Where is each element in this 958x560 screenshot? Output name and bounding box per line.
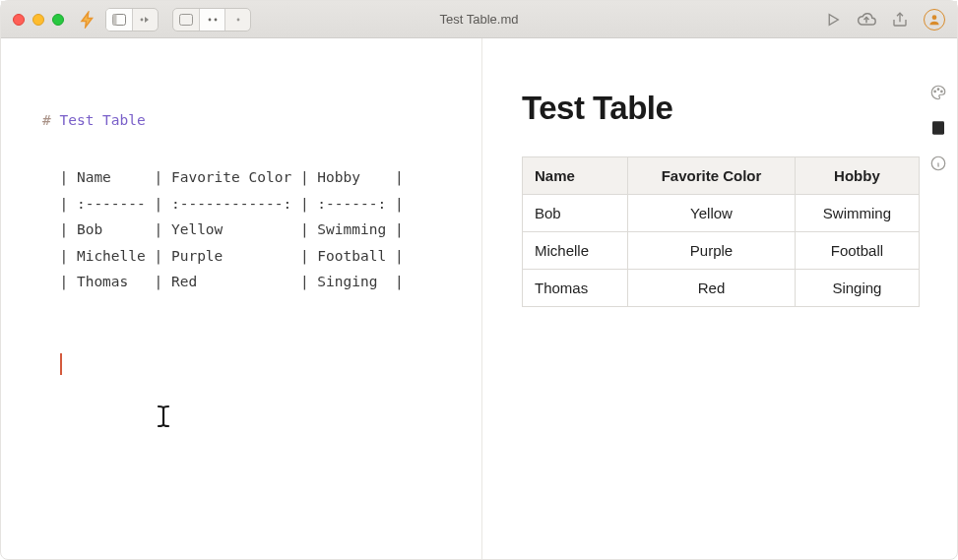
- svg-point-6: [236, 18, 239, 21]
- view-mode-split[interactable]: [199, 9, 224, 31]
- table-header-cell: Name: [523, 157, 628, 195]
- table-cell: Singing: [795, 270, 919, 307]
- svg-point-7: [932, 15, 937, 20]
- lightning-icon[interactable]: [78, 10, 97, 30]
- source-line-row-2: | Michelle | Purple | Football |: [42, 243, 481, 269]
- sidebar-left-toggle[interactable]: [106, 9, 132, 31]
- minimize-button[interactable]: [32, 14, 44, 26]
- source-line-row-1: | Bob | Yellow | Swimming |: [42, 217, 481, 242]
- view-mode-editor[interactable]: [173, 9, 199, 31]
- svg-rect-1: [113, 14, 117, 25]
- svg-point-9: [937, 89, 939, 91]
- table-row: Bob Yellow Swimming: [523, 195, 920, 232]
- share-icon[interactable]: [890, 10, 910, 30]
- table-row: Michelle Purple Football: [523, 232, 920, 270]
- view-mode-segment: [172, 8, 251, 31]
- right-rail: [920, 84, 957, 172]
- table-cell: Football: [795, 232, 919, 270]
- table-cell: Red: [628, 270, 796, 307]
- close-button[interactable]: [13, 14, 25, 26]
- heading-marker: #: [42, 112, 59, 128]
- editor-caret: [60, 353, 62, 375]
- table-cell: Yellow: [628, 195, 796, 232]
- info-icon[interactable]: [929, 155, 947, 172]
- table-cell: Bob: [523, 195, 628, 232]
- source-line-separator: | :------- | :------------: | :------: |: [42, 191, 481, 217]
- preview-title: Test Table: [522, 90, 926, 127]
- text-cursor-icon: [154, 403, 173, 430]
- markdown-heading-line: # Test Table: [42, 107, 481, 133]
- heading-text: Test Table: [59, 112, 145, 128]
- app-window: Test Table.md # Test Table | Name | Favo…: [0, 0, 958, 560]
- main-body: # Test Table | Name | Favorite Color | H…: [1, 38, 957, 559]
- table-header-row: Name Favorite Color Hobby: [523, 157, 920, 195]
- palette-icon[interactable]: [929, 84, 947, 101]
- source-line-header: | Name | Favorite Color | Hobby |: [42, 164, 481, 190]
- maximize-button[interactable]: [52, 14, 64, 26]
- svg-point-8: [934, 91, 936, 93]
- preview-table: Name Favorite Color Hobby Bob Yellow Swi…: [522, 156, 920, 307]
- svg-rect-3: [180, 14, 193, 25]
- table-cell: Swimming: [795, 195, 919, 232]
- table-cell: Michelle: [523, 232, 628, 270]
- svg-point-2: [140, 18, 143, 21]
- cloud-upload-icon[interactable]: [857, 10, 876, 30]
- table-cell: Purple: [628, 232, 796, 270]
- table-row: Thomas Red Singing: [523, 270, 920, 307]
- pdf-export-icon[interactable]: [929, 119, 947, 137]
- sidebar-toggle-segment: [105, 8, 159, 31]
- sidebar-nav-toggle[interactable]: [132, 9, 158, 31]
- preview-pane: Test Table Name Favorite Color Hobby Bob…: [482, 38, 957, 559]
- svg-point-5: [214, 18, 217, 21]
- view-mode-preview[interactable]: [224, 9, 250, 31]
- title-bar: Test Table.md: [1, 1, 957, 38]
- table-header-cell: Favorite Color: [628, 157, 796, 195]
- svg-point-4: [208, 18, 211, 21]
- account-avatar[interactable]: [924, 9, 945, 31]
- svg-point-10: [941, 91, 943, 93]
- table-header-cell: Hobby: [795, 157, 919, 195]
- editor-pane[interactable]: # Test Table | Name | Favorite Color | H…: [1, 38, 481, 559]
- source-line-row-3: | Thomas | Red | Singing |: [42, 269, 481, 294]
- window-controls: [13, 14, 64, 26]
- play-icon[interactable]: [823, 10, 843, 30]
- table-cell: Thomas: [523, 270, 628, 307]
